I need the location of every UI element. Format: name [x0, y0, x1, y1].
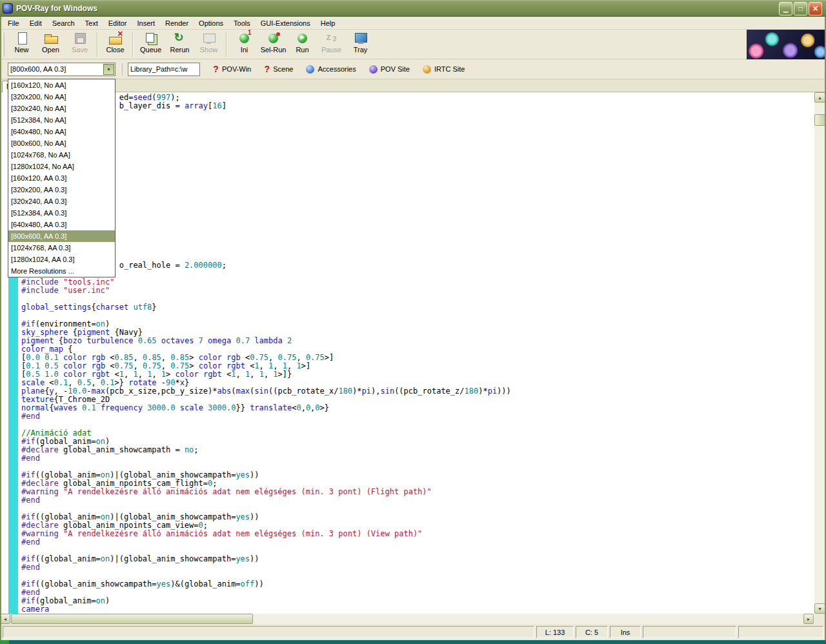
horizontal-scrollbar-thumb[interactable]: [11, 614, 253, 624]
resolution-option[interactable]: [640x480, No AA]: [8, 126, 115, 137]
code-line: [21, 228, 814, 236]
code-line: [21, 245, 814, 253]
tray-button[interactable]: Tray: [346, 30, 375, 58]
resolution-option[interactable]: [320x200, AA 0.3]: [8, 184, 115, 196]
show-button: Show: [194, 30, 223, 58]
toolbar-button-label: Sel-Run: [261, 46, 287, 54]
start-button-edge[interactable]: [0, 640, 9, 644]
quick-link-label: Scene: [273, 65, 293, 73]
resolution-option[interactable]: [800x600, No AA]: [8, 137, 115, 149]
ini-file-icon: [237, 31, 252, 45]
resolution-option[interactable]: [512x384, No AA]: [8, 114, 115, 126]
resolution-option[interactable]: [1280x1024, AA 0.3]: [8, 254, 115, 265]
resolution-option[interactable]: More Resolutions ...: [8, 265, 115, 277]
show-render-icon: [201, 31, 217, 45]
code-line: [21, 219, 814, 228]
run-icon: [295, 31, 310, 45]
run-button[interactable]: Run: [288, 30, 317, 58]
maximize-button[interactable]: □: [794, 2, 807, 15]
status-column-number: C: 5: [576, 626, 608, 638]
pov-win-help-button[interactable]: ?POV-Win: [206, 65, 257, 74]
code-line: [21, 127, 814, 136]
close-icon: ×: [812, 3, 818, 14]
toolbar-grip[interactable]: [3, 32, 5, 57]
queue-button[interactable]: Queue: [136, 30, 165, 58]
vertical-scrollbar-thumb[interactable]: [814, 114, 825, 126]
resolution-option[interactable]: [1280x1024, No AA]: [8, 161, 115, 172]
resolution-option[interactable]: [640x480, AA 0.3]: [8, 219, 115, 230]
render-preview-image: [747, 30, 826, 59]
horizontal-scrollbar[interactable]: ◄ ►: [0, 614, 814, 624]
code-line: #warning "A rendelkezésre álló animációs…: [21, 488, 814, 496]
sel-run-button[interactable]: Sel-Run: [259, 30, 288, 58]
resolution-option[interactable]: [160x120, No AA]: [8, 79, 115, 91]
rerun-button[interactable]: Rerun: [165, 30, 194, 58]
resolution-option[interactable]: [1024x768, No AA]: [8, 149, 115, 161]
close-file-icon: [108, 31, 123, 45]
menu-item-search[interactable]: Search: [47, 17, 80, 29]
code-line: normal{waves 0.1 frequency 3000.0 scale …: [21, 404, 814, 412]
code-line: [21, 136, 814, 144]
resolution-option[interactable]: [320x240, No AA]: [8, 103, 115, 114]
menu-item-tools[interactable]: Tools: [228, 17, 256, 29]
resolution-option[interactable]: [320x200, No AA]: [8, 91, 115, 103]
status-extra-cell: [643, 626, 736, 638]
library-path-input[interactable]: [128, 63, 200, 76]
code-line: [21, 203, 814, 211]
scroll-right-button[interactable]: ►: [803, 614, 814, 624]
menu-item-render[interactable]: Render: [160, 17, 194, 29]
code-line: #end: [21, 454, 814, 463]
scene-help-button[interactable]: ?Scene: [257, 65, 299, 74]
code-area[interactable]: ed=seed(997); b_layer_dis = array[16] o_…: [18, 92, 814, 614]
scroll-down-button[interactable]: ▼: [814, 603, 825, 614]
code-line: #if((global_anim=on)|(global_anim_showca…: [21, 555, 814, 563]
code-editor: ed=seed(997); b_layer_dis = array[16] o_…: [0, 92, 826, 624]
code-line: [21, 270, 814, 278]
toolbar-grip[interactable]: [121, 63, 123, 75]
accessories-button[interactable]: Accessories: [299, 65, 362, 74]
menu-item-text[interactable]: Text: [80, 17, 103, 29]
irtc-site-button[interactable]: IRTC Site: [416, 65, 471, 74]
menu-item-insert[interactable]: Insert: [132, 17, 161, 29]
resolution-combobox-value: [800x600, AA 0.3]: [8, 65, 103, 73]
scroll-up-button[interactable]: ▲: [814, 92, 825, 103]
code-line: //Animáció adat: [21, 429, 814, 438]
resolution-option[interactable]: [160x120, AA 0.3]: [8, 172, 115, 184]
toolbar-separator: [132, 32, 134, 57]
new-button[interactable]: New: [7, 30, 36, 58]
resolution-combobox[interactable]: [800x600, AA 0.3] ▼: [8, 63, 116, 76]
menu-item-edit[interactable]: Edit: [25, 17, 47, 29]
scroll-left-button[interactable]: ◄: [0, 614, 10, 624]
app-icon[interactable]: [3, 3, 13, 14]
resolution-option[interactable]: [1024x768, AA 0.3]: [8, 242, 115, 254]
menu-item-options[interactable]: Options: [194, 17, 228, 29]
code-line: [21, 110, 814, 119]
menu-item-gui-extensions[interactable]: GUI-Extensions: [256, 17, 316, 29]
resolution-option[interactable]: [800x600, AA 0.3]: [8, 230, 115, 242]
combobox-dropdown-button[interactable]: ▼: [103, 64, 114, 75]
menu-item-file[interactable]: File: [3, 17, 25, 29]
pov-site-button[interactable]: POV Site: [363, 65, 416, 74]
status-message-cell: [3, 626, 534, 638]
minimize-button[interactable]: ▁: [779, 2, 792, 15]
open-button[interactable]: Open: [36, 30, 65, 58]
menu-item-help[interactable]: Help: [316, 17, 341, 29]
ini-button[interactable]: Ini: [230, 30, 259, 58]
code-line: [21, 119, 814, 127]
quick-links: ?POV-Win?SceneAccessoriesPOV SiteIRTC Si…: [206, 65, 471, 74]
resolution-dropdown: [160x120, No AA][320x200, No AA][320x240…: [8, 79, 116, 277]
status-bar: L: 133 C: 5 Ins: [0, 624, 826, 640]
close-button[interactable]: ×: [809, 2, 822, 15]
vertical-scrollbar[interactable]: ▲ ▼: [814, 92, 825, 614]
code-line: camera: [21, 605, 814, 614]
menu-item-editor[interactable]: Editor: [103, 17, 132, 29]
code-line: #declare global_anim_showcampath = no;: [21, 446, 814, 454]
toolbar-button-label: Show: [200, 46, 218, 54]
resolution-option[interactable]: [512x384, AA 0.3]: [8, 207, 115, 219]
resolution-option[interactable]: [320x240, AA 0.3]: [8, 196, 115, 207]
status-line-number: L: 133: [536, 626, 574, 638]
pause-icon: [324, 31, 339, 45]
close-button[interactable]: Close: [101, 30, 130, 58]
quick-link-label: IRTC Site: [434, 65, 465, 73]
toolbar-button-label: Run: [296, 46, 308, 54]
